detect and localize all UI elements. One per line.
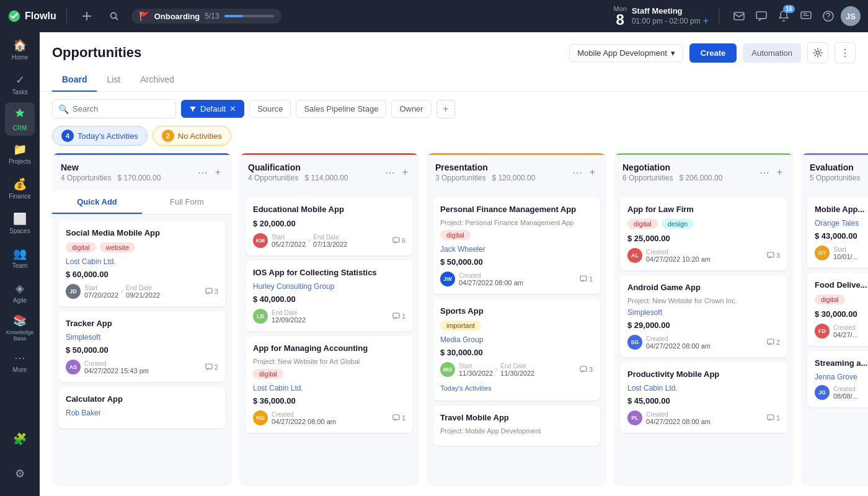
notifications-button[interactable]: 16 — [774, 6, 794, 26]
card-company[interactable]: Hurley Consulting Group — [253, 282, 405, 291]
card-company[interactable]: Rob Baker — [66, 409, 218, 417]
card-food-delivery[interactable]: Food Delive... digital $ 30,000.00 FD Cr… — [807, 273, 868, 346]
user-avatar[interactable]: JS — [841, 6, 861, 26]
tab-archived[interactable]: Archived — [130, 68, 184, 92]
card-travel-app[interactable]: Travel Mobile App Project: Mobile App De… — [433, 405, 600, 446]
search-button[interactable] — [104, 6, 124, 26]
card-company[interactable]: Media Group — [440, 335, 593, 344]
meeting-add-button[interactable]: + — [703, 16, 709, 27]
card-footer: SG Created 04/27/2022 08:00 am 2 — [627, 335, 780, 350]
main-content: Opportunities Mobile App Development ▾ C… — [40, 32, 868, 496]
filter-pipeline-stage-chip[interactable]: Sales Pipeline Stage — [296, 100, 386, 118]
card-amount: $ 25,000.00 — [627, 234, 780, 243]
app-logo[interactable]: Flowlu — [7, 9, 56, 23]
card-person[interactable]: Jack Wheeler — [440, 245, 593, 254]
crm-icon — [14, 107, 26, 123]
card-tracker-app[interactable]: Tracker App Simplesoft $ 50,000.00 AS Cr… — [58, 311, 226, 382]
card-streaming[interactable]: Streaming a... Jenna Grove JG Created 08… — [807, 351, 868, 407]
add-button[interactable] — [77, 6, 97, 26]
col-menu-button-new[interactable]: ⋯ — [195, 166, 210, 180]
today-activities-link[interactable]: Today's Activities — [440, 384, 492, 392]
card-avatar: JD — [66, 284, 81, 299]
card-productivity-app[interactable]: Productivity Mobile App Lost Cabin Ltd. … — [620, 362, 787, 433]
search-input[interactable] — [52, 99, 176, 118]
full-form-tab[interactable]: Full Form — [142, 191, 232, 214]
card-law-firm-app[interactable]: App for Law Firm digital design $ 25,000… — [620, 197, 787, 270]
sidebar-item-crm[interactable]: CRM — [5, 102, 35, 136]
sidebar-item-puzzle[interactable]: 🧩 — [5, 422, 35, 456]
svg-rect-2 — [734, 12, 744, 20]
settings-gear-button[interactable] — [807, 42, 828, 63]
flag-icon: 🚩 — [139, 11, 149, 21]
sidebar-item-settings[interactable]: ⚙ — [5, 457, 35, 490]
add-filter-button[interactable]: + — [436, 100, 455, 118]
column-negotiation: Negotiation 6 Opportunities $ 206,000.00… — [614, 153, 794, 486]
mail-button[interactable] — [729, 6, 749, 26]
col-menu-button-neg[interactable]: ⋯ — [757, 166, 772, 180]
col-title-pres: Presentation — [435, 162, 535, 172]
card-company[interactable]: Orange Tales — [815, 219, 868, 228]
create-button[interactable]: Create — [689, 43, 737, 63]
sidebar-item-more[interactable]: ⋯ More — [5, 345, 35, 379]
onboarding-label: Onboarding — [154, 12, 200, 21]
card-android-game-app[interactable]: Android Game App Project: New Website fo… — [620, 275, 787, 357]
onboarding-chip[interactable]: 🚩 Onboarding 5/13 — [131, 9, 281, 24]
card-educational-app[interactable]: Educational Mobile App $ 20,000.00 KM St… — [246, 197, 413, 255]
card-avatar: KM — [253, 233, 268, 248]
pipeline-select[interactable]: Mobile App Development ▾ — [569, 44, 683, 62]
col-add-button-new[interactable]: + — [213, 166, 223, 180]
card-accounting-app[interactable]: App for Managing Accounting Project: New… — [246, 336, 413, 433]
messages-button[interactable] — [796, 6, 816, 26]
card-social-media-app[interactable]: Social Media Mobile App digital website … — [58, 221, 226, 306]
sidebar-item-projects[interactable]: 📁 Projects — [5, 137, 35, 170]
meeting-time-text: 01:00 pm - 02:00 pm — [632, 17, 701, 25]
sidebar-item-spaces[interactable]: ⬜ Spaces — [5, 206, 35, 240]
card-sports-app[interactable]: Sports App important Media Group $ 30,00… — [433, 299, 600, 401]
filters-bar: 🔍 Default ✕ Source Sales Pipeline Stage … — [40, 92, 868, 126]
sidebar-item-finance[interactable]: 💰 Finance — [5, 172, 35, 205]
card-footer-left: RG Created 04/27/2022 08:00 am — [253, 410, 336, 425]
card-footer-left: JG Created 08/08/... — [815, 385, 858, 400]
arrow-icon: › — [308, 236, 311, 245]
sidebar-item-myteam[interactable]: 👥 Team — [5, 241, 35, 275]
card-ios-app[interactable]: IOS App for Collecting Statistics Hurley… — [246, 260, 413, 331]
filter-owner-chip[interactable]: Owner — [391, 100, 431, 118]
col-menu-button-pres[interactable]: ⋯ — [570, 166, 585, 180]
tab-list[interactable]: List — [97, 68, 130, 92]
topbar: Flowlu 🚩 Onboarding 5/13 Mon 8 Staff Mee… — [0, 0, 868, 32]
notification-badge: 16 — [783, 5, 795, 13]
automation-button[interactable]: Automation — [743, 43, 801, 63]
no-activities-pill[interactable]: 2 No Activities — [153, 126, 231, 146]
col-add-button-qual[interactable]: + — [400, 166, 410, 180]
card-company[interactable]: Lost Cabin Ltd. — [627, 384, 780, 392]
card-company[interactable]: Jenna Grove — [815, 373, 868, 381]
card-company[interactable]: Simplesoft — [66, 333, 218, 342]
pipeline-label: Mobile App Development — [577, 48, 667, 58]
sidebar-item-agile[interactable]: ◈ Agile — [5, 276, 35, 309]
filter-source-chip[interactable]: Source — [249, 100, 291, 118]
card-company[interactable]: Simplesoft — [627, 308, 780, 317]
today-activities-pill[interactable]: 4 Today's Activities — [52, 126, 148, 146]
card-footer-left: FD Created 04/27/... — [815, 324, 858, 339]
sidebar-item-tasks[interactable]: ✓ Tasks — [5, 68, 35, 101]
card-title: IOS App for Collecting Statistics — [253, 268, 405, 277]
filter-default-remove[interactable]: ✕ — [229, 104, 236, 113]
chat-button[interactable] — [751, 6, 771, 26]
col-add-button-pres[interactable]: + — [587, 166, 598, 180]
created-info: Created 04/27/2022 08:00 am — [646, 411, 711, 425]
sidebar-item-knowledge[interactable]: 📚 Knowledge Base — [5, 311, 35, 344]
help-button[interactable] — [818, 6, 838, 26]
card-company[interactable]: Lost Cabin Ltd. — [253, 384, 405, 392]
card-company[interactable]: Lost Cabin Ltd. — [66, 257, 218, 266]
filter-default-chip[interactable]: Default ✕ — [181, 100, 244, 118]
quick-add-tab[interactable]: Quick Add — [52, 191, 142, 214]
col-menu-button-qual[interactable]: ⋯ — [383, 166, 397, 180]
card-amount: $ 30,000.00 — [440, 348, 593, 357]
card-calculator-app[interactable]: Calculator App Rob Baker — [58, 387, 226, 428]
sidebar-item-home[interactable]: 🏠 Home — [5, 33, 35, 66]
col-add-button-neg[interactable]: + — [774, 166, 785, 180]
tab-board[interactable]: Board — [52, 68, 97, 92]
more-options-button[interactable]: ⋮ — [835, 42, 856, 63]
card-personal-finance-app[interactable]: Personal Finance Management App Project:… — [433, 197, 600, 294]
card-mobile-app-eval[interactable]: Mobile App... Orange Tales $ 43,000.00 O… — [807, 197, 868, 268]
